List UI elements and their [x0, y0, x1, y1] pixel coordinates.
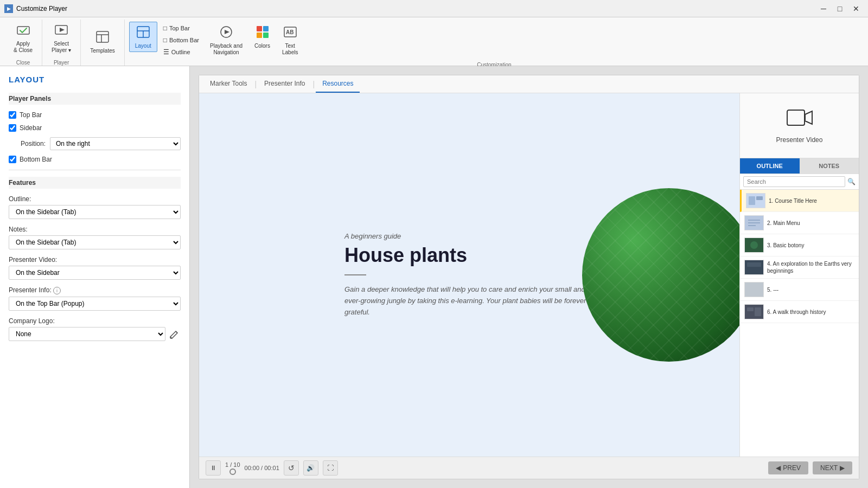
mute-button[interactable]: 🔊 — [303, 460, 318, 476]
outline-item-3-text: 3. Basic botony — [767, 242, 804, 249]
topbar-checkbox-label: Top Bar — [20, 111, 42, 119]
select-player-button[interactable]: SelectPlayer ▾ — [47, 20, 76, 56]
slide-progress: 1 / 10 — [225, 461, 240, 468]
outline-item-5[interactable]: 5. --- — [740, 279, 859, 301]
presenter-info-form-field: Presenter Info: i On the Top Bar (Popup)… — [9, 286, 181, 311]
outline-item-4-text: 4. An exploration to the Earths very beg… — [767, 260, 854, 274]
outline-select[interactable]: On the Sidebar (Tab) On the Top Bar None — [9, 205, 181, 219]
svg-line-17 — [176, 331, 177, 333]
svg-rect-36 — [755, 307, 761, 316]
svg-rect-35 — [747, 307, 754, 311]
slide-content: A beginners guide House plants Gain a de… — [317, 210, 621, 340]
replay-button[interactable]: ↺ — [284, 460, 299, 476]
window-title: Customize Player — [16, 5, 67, 12]
outline-search-bar: 🔍 — [740, 174, 859, 190]
topbar-checkbox-row: Top Bar — [9, 111, 181, 119]
minimize-button[interactable]: ─ — [816, 3, 831, 14]
outline-thumb-4 — [744, 260, 764, 275]
svg-rect-12 — [263, 26, 269, 31]
presenter-video-form-field: Presenter Video: On the Sidebar On the T… — [9, 256, 181, 280]
svg-rect-20 — [787, 110, 805, 125]
app-icon: ▶ — [4, 4, 13, 13]
tab-marker-tools[interactable]: Marker Tools — [203, 75, 253, 93]
outline-item-3-title: Basic botony — [773, 242, 804, 248]
svg-rect-0 — [17, 27, 29, 34]
sidebar-panel: Presenter Video OUTLINE NOTES — [739, 93, 859, 457]
position-label: Position: — [21, 140, 46, 147]
progress-circle — [229, 468, 236, 475]
next-label: NEXT — [820, 464, 838, 472]
outline-item-6-number: 6. — [767, 309, 773, 315]
layout-button[interactable]: Layout — [129, 22, 157, 52]
outline-thumb-1 — [746, 193, 765, 208]
pause-button[interactable]: ⏸ — [206, 460, 221, 476]
outline-list: 1. Course Title Here 2. Main Menu — [740, 190, 859, 457]
outline-item-3[interactable]: 3. Basic botony — [740, 234, 859, 256]
top-bar-button[interactable]: □ Top Bar — [159, 23, 203, 34]
company-logo-edit-button[interactable] — [168, 328, 181, 341]
outline-ribbon-button[interactable]: ☰ Outline — [159, 47, 203, 57]
tab-presenter-info[interactable]: Presenter Info — [258, 75, 311, 93]
title-bar-left: ▶ Customize Player — [4, 4, 67, 13]
position-select[interactable]: On the right On the left — [50, 137, 181, 150]
notes-select[interactable]: On the Sidebar (Tab) On the Top Bar None — [9, 235, 181, 249]
time-display: 00:00 / 00:01 — [245, 465, 279, 471]
outline-item-4[interactable]: 4. An exploration to the Earths very beg… — [740, 256, 859, 279]
outline-item-1-title: Course Title Here — [775, 198, 817, 204]
templates-icon — [95, 29, 110, 47]
presenter-info-select[interactable]: On the Top Bar (Popup) On the Sidebar No… — [9, 297, 181, 311]
outline-tab-button[interactable]: OUTLINE — [740, 158, 800, 174]
maximize-button[interactable]: □ — [832, 3, 847, 14]
slide-body: Gain a deeper knowledge that will help y… — [344, 284, 594, 318]
outline-item-2-title: Main Menu — [773, 220, 800, 226]
presenter-video-select[interactable]: On the Sidebar On the Top Bar None — [9, 266, 181, 280]
ribbon-group-templates: Templates — [81, 20, 125, 66]
outline-thumb-2 — [744, 215, 764, 230]
preview-container: Marker Tools | Presenter Info | Resource… — [199, 75, 859, 479]
outline-field-label: Outline: — [9, 195, 181, 203]
title-bar-controls: ─ □ ✕ — [816, 3, 864, 14]
apply-close-button[interactable]: Apply & Close — [9, 20, 37, 56]
fullscreen-button[interactable]: ⛶ — [323, 460, 338, 476]
presenter-info-field-label: Presenter Info: i — [9, 286, 181, 294]
outline-item-6[interactable]: 6. A walk through history — [740, 301, 859, 323]
colors-button[interactable]: Colors — [250, 22, 275, 52]
svg-rect-33 — [746, 284, 762, 296]
outline-search-input[interactable] — [743, 176, 845, 187]
presenter-video-area: Presenter Video — [740, 93, 859, 158]
topbar-checkbox[interactable] — [9, 111, 16, 119]
svg-rect-24 — [756, 196, 763, 200]
notes-tab-button[interactable]: NOTES — [800, 158, 859, 174]
bottombar-checkbox[interactable] — [9, 156, 16, 163]
tab-resources[interactable]: Resources — [316, 75, 360, 93]
apply-icon — [16, 22, 31, 40]
playback-navigation-button[interactable]: Playback andNavigation — [205, 22, 247, 59]
company-logo-select[interactable]: None Option 1 Option 2 — [9, 327, 165, 341]
notes-form-field: Notes: On the Sidebar (Tab) On the Top B… — [9, 226, 181, 249]
search-icon[interactable]: 🔍 — [847, 178, 856, 185]
close-button[interactable]: ✕ — [848, 3, 864, 14]
ribbon-group-customization: Layout □ Top Bar □ Bottom Bar ☰ Outline — [125, 20, 864, 66]
slide-title: House plants — [344, 245, 594, 266]
text-labels-button[interactable]: AB TextLabels — [277, 22, 303, 59]
outline-item-2[interactable]: 2. Main Menu — [740, 212, 859, 234]
svg-rect-13 — [257, 33, 262, 38]
sidebar-checkbox-row: Sidebar — [9, 124, 181, 132]
slide-subtitle: A beginners guide — [344, 232, 594, 240]
next-button[interactable]: NEXT ▶ — [813, 461, 852, 474]
layout-section-title: LAYOUT — [9, 75, 181, 84]
tab-sep-2: | — [311, 80, 316, 88]
player-controls: ⏸ 1 / 10 00:00 / 00:01 ↺ 🔊 ⛶ ◀ PREV — [199, 457, 859, 479]
company-logo-form-field: Company Logo: None Option 1 Option 2 — [9, 317, 181, 341]
prev-button[interactable]: ◀ PREV — [768, 461, 808, 474]
player-panels-title: Player Panels — [9, 93, 181, 105]
bottom-bar-button[interactable]: □ Bottom Bar — [159, 35, 203, 46]
playback-label: Playback andNavigation — [210, 43, 242, 56]
sidebar-checkbox[interactable] — [9, 124, 16, 132]
presenter-info-icon[interactable]: i — [53, 287, 61, 294]
templates-label: Templates — [90, 48, 115, 54]
bottom-bar-icon: □ — [163, 36, 167, 44]
templates-button[interactable]: Templates — [85, 20, 120, 63]
outline-item-1[interactable]: 1. Course Title Here — [740, 190, 859, 212]
outline-icon: ☰ — [163, 48, 169, 56]
